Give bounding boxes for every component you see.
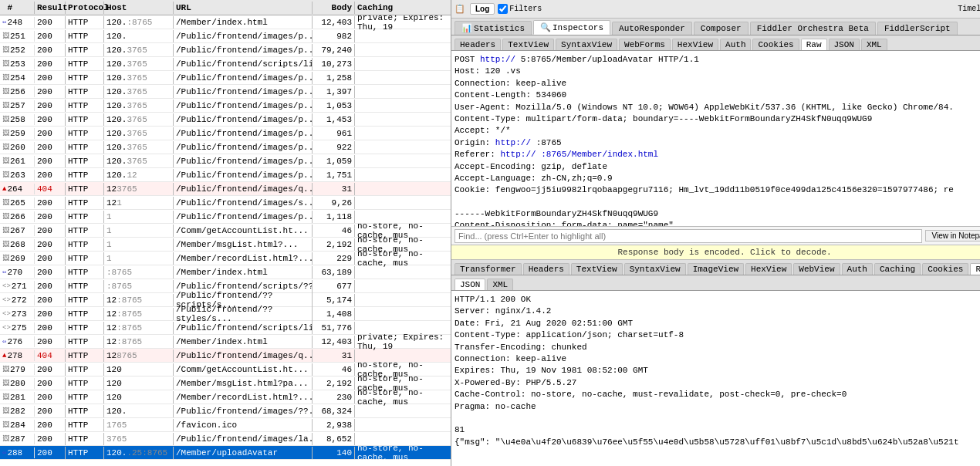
view-notepad-button[interactable]: View in Notepad [925, 230, 980, 241]
request-tab-cookies[interactable]: Cookies [752, 39, 799, 50]
cell-host: 120.3765 [104, 155, 174, 167]
request-referer: Referer: http:// :8765/Member/index.html [455, 149, 980, 160]
decode-message: Response body is encoded. Click to decod… [617, 248, 831, 257]
response-tab-webview[interactable]: WebView [793, 263, 840, 275]
right-panel: 📋 Log Filters Timeline 📊Statistics🔍Inspe… [451, 0, 980, 466]
table-row[interactable]: ▲264 404 HTTP 123765 /Public/frontend/im… [0, 182, 451, 196]
request-tab-xml[interactable]: XML [861, 39, 887, 50]
cell-caching: private; Expires: Thu, 19 [355, 331, 448, 353]
log-tab[interactable]: Log [470, 3, 495, 15]
cell-caching [355, 326, 448, 329]
table-row[interactable]: 🖼260 200 HTTP 120.3765 /Public/frontend/… [0, 140, 451, 154]
request-tab-syntaxview[interactable]: SyntaxView [556, 39, 617, 50]
table-row[interactable]: 🖼269 200 HTTP 1 /Member/recordList.html?… [0, 252, 451, 265]
table-row[interactable]: 🖼259 200 HTTP 120.3765 /Public/frontend/… [0, 127, 451, 140]
request-url-link[interactable]: http:// [480, 55, 515, 64]
response-sub-tab-json[interactable]: JSON [455, 279, 485, 290]
find-input[interactable] [455, 229, 922, 243]
response-tab-auth[interactable]: Auth [842, 263, 873, 275]
cell-caching [355, 424, 448, 427]
request-tab-json[interactable]: JSON [829, 39, 860, 50]
cell-result: 200 [35, 211, 66, 223]
cell-host: 120..25:8765 [104, 447, 174, 459]
response-tab-textview[interactable]: TextView [571, 263, 623, 275]
table-row[interactable]: ⇔248 200 HTTP 120.:8765 /Member/index.ht… [0, 15, 451, 29]
cell-num: 🖼279 [0, 364, 35, 375]
response-tab-transformer[interactable]: Transformer [455, 263, 522, 275]
table-row[interactable]: 🖼281 200 HTTP 120 /Member/recordList.htm… [0, 390, 451, 404]
cell-protocol: HTTP [66, 322, 104, 334]
response-tab-cookies[interactable]: Cookies [922, 263, 968, 275]
cell-url: /Comm/getAccountList.ht... [174, 363, 313, 376]
table-row[interactable]: 🖼253 200 HTTP 120.3765 /Public/frontend/… [0, 57, 451, 71]
main-tab-fiddler-orchestra-beta[interactable]: Fiddler Orchestra Beta [750, 22, 876, 35]
table-row[interactable]: ⇔288 200 HTTP 120..25:8765 /Member/uploa… [0, 446, 451, 460]
table-row[interactable]: <>273 200 HTTP 12:8765 /Public/frontend/… [0, 307, 451, 321]
request-tab-auth[interactable]: Auth [720, 39, 751, 50]
cell-host: 120.3765 [104, 86, 174, 98]
main-tab-fiddlerscript[interactable]: FiddlerScript [877, 22, 958, 35]
cell-protocol: HTTP [66, 58, 104, 70]
table-row[interactable]: 🖼263 200 HTTP 120.12 /Public/frontend/im… [0, 168, 451, 182]
filters-checkbox[interactable] [498, 4, 508, 14]
cell-num: 🖼269 [0, 253, 35, 264]
response-tab-headers[interactable]: Headers [523, 263, 569, 275]
cell-url: /Public/frontend/images/la... [174, 433, 313, 445]
cell-protocol: HTTP [66, 127, 104, 140]
request-tab-raw[interactable]: Raw [801, 39, 827, 50]
cell-protocol: HTTP [66, 433, 104, 445]
table-row[interactable]: 🖼258 200 HTTP 120.3765 /Public/frontend/… [0, 113, 451, 127]
response-sub-tab-xml[interactable]: XML [487, 279, 513, 290]
cell-url: /Public/frontend/images/p... [174, 72, 313, 84]
response-tab-hexview[interactable]: HexView [745, 263, 792, 275]
table-row[interactable]: ⇔276 200 HTTP 12:8765 /Member/index.html… [0, 335, 451, 349]
cell-result: 200 [35, 155, 66, 167]
main-tab-inspectors[interactable]: 🔍Inspectors [533, 20, 610, 35]
response-transfer-encoding: Transfer-Encoding: chunked [455, 342, 980, 353]
cell-url: /Public/frontend/images/p... [174, 30, 313, 42]
response-tab-imageview[interactable]: ImageView [688, 263, 744, 275]
table-row[interactable]: 🖼254 200 HTTP 120.3765 /Public/frontend/… [0, 71, 451, 85]
table-row[interactable]: 🖼261 200 HTTP 120.3765 /Public/frontend/… [0, 154, 451, 168]
cell-body: 2,192 [313, 377, 355, 390]
referer-link[interactable]: http:// :8765/Member/index.html [500, 150, 658, 159]
cell-body: 961 [313, 127, 355, 140]
table-row[interactable]: 🖼265 200 HTTP 121 /Public/frontend/image… [0, 196, 451, 210]
boundary-1: ------WebkitFormBoundaryZH4SkfN0uqq9WUG9 [455, 208, 980, 220]
cell-body: 79,240 [313, 44, 355, 56]
cell-body: 982 [313, 30, 355, 42]
response-tab-raw[interactable]: Raw [970, 263, 980, 275]
main-tab-composer[interactable]: Composer [694, 22, 749, 35]
table-row[interactable]: 🖼284 200 HTTP 1765 /favicon.ico 2,938 [0, 418, 451, 432]
left-panel: # Result Protocol Host URL Body Caching … [0, 0, 451, 466]
filters-label: Filters [509, 5, 542, 13]
filters-checkbox-label[interactable]: Filters [498, 4, 542, 14]
response-area: HTTP/1.1 200 OK Server: nginx/1.4.2 Date… [451, 291, 980, 466]
request-tab-textview[interactable]: TextView [502, 39, 554, 50]
request-tab-hexview[interactable]: HexView [672, 39, 718, 50]
cell-body: 51,776 [313, 322, 355, 334]
content-disp-1: Content-Disposition: form-data; name="na… [455, 220, 980, 227]
table-body[interactable]: ⇔248 200 HTTP 120.:8765 /Member/index.ht… [0, 15, 451, 466]
col-header-caching: Caching [355, 2, 448, 14]
cell-url: /Public/frontend/images/p... [174, 141, 313, 154]
cell-caching [355, 354, 448, 357]
table-header: # Result Protocol Host URL Body Caching [0, 0, 451, 15]
response-tab-caching[interactable]: Caching [874, 263, 921, 275]
cell-protocol: HTTP [66, 336, 104, 348]
request-tab-webforms[interactable]: WebForms [619, 39, 671, 50]
response-tab-syntaxview[interactable]: SyntaxView [624, 263, 686, 275]
table-row[interactable]: 🖼257 200 HTTP 120.3765 /Public/frontend/… [0, 99, 451, 113]
response-body-size: 81 [455, 424, 980, 436]
cell-host: 1 [104, 252, 174, 265]
col-header-result: Result [35, 2, 66, 14]
main-tab-autoresponder[interactable]: AutoResponder [612, 22, 692, 35]
table-row[interactable]: 🖼256 200 HTTP 120.3765 /Public/frontend/… [0, 85, 451, 99]
cell-body: 12,403 [313, 16, 355, 29]
request-origin: Origin: http:// :8765 [455, 137, 980, 149]
main-tab-statistics[interactable]: 📊Statistics [455, 21, 532, 35]
table-row[interactable]: 🖼252 200 HTTP 120.3765 /Public/frontend/… [0, 43, 451, 57]
cell-body: 1,053 [313, 100, 355, 112]
origin-link[interactable]: http:// [495, 138, 531, 147]
request-tab-headers[interactable]: Headers [455, 39, 501, 50]
